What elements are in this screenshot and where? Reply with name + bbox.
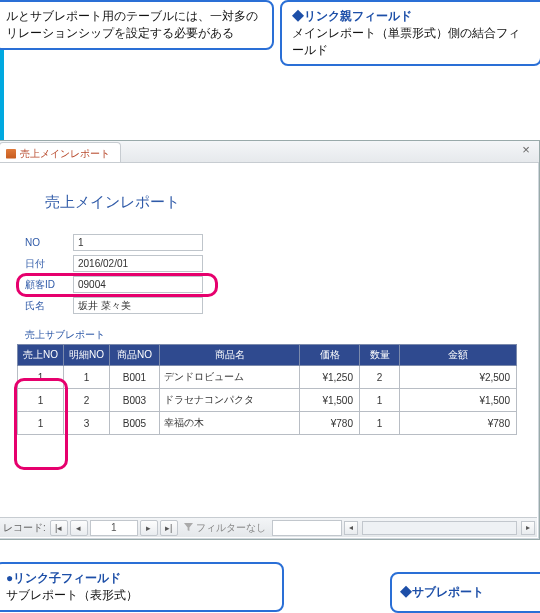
- cell-sales-no: 1: [18, 389, 64, 412]
- sub-report-table: 売上NO 明細NO 商品NO 商品名 価格 数量 金額 1 1 B001 デンド: [17, 344, 517, 435]
- nav-last-button[interactable]: ▸|: [160, 520, 178, 536]
- field-label: 氏名: [25, 299, 73, 313]
- field-row-no: NO 1: [25, 234, 511, 251]
- cell-price: ¥780: [300, 412, 360, 435]
- report-window: 売上メインレポート × 売上メインレポート NO 1 日付 2016/02/01…: [0, 140, 540, 540]
- cell-prod-no: B005: [110, 412, 160, 435]
- filter-label: フィルターなし: [196, 521, 266, 535]
- nav-record-label: レコード:: [1, 521, 48, 535]
- cell-prod-name: デンドロビューム: [160, 366, 300, 389]
- cell-prod-no: B003: [110, 389, 160, 412]
- callout-link-parent-field: ◆リンク親フィールド メインレポート（単票形式）側の結合フィールド: [280, 0, 540, 66]
- cell-price: ¥1,500: [300, 389, 360, 412]
- field-value-name[interactable]: 坂井 菜々美: [73, 297, 203, 314]
- field-row-customer-id: 顧客ID 09004: [25, 276, 511, 293]
- tab-label: 売上メインレポート: [20, 147, 110, 161]
- field-row-name: 氏名 坂井 菜々美: [25, 297, 511, 314]
- field-value-no[interactable]: 1: [73, 234, 203, 251]
- cell-line-no: 3: [64, 412, 110, 435]
- close-icon[interactable]: ×: [519, 144, 533, 158]
- horizontal-scrollbar[interactable]: [362, 521, 517, 535]
- cell-line-no: 2: [64, 389, 110, 412]
- scroll-right-button[interactable]: ▸: [521, 521, 535, 535]
- cell-prod-no: B001: [110, 366, 160, 389]
- callout-body: サブレポート（表形式）: [6, 588, 138, 602]
- nav-search-box[interactable]: [272, 520, 342, 536]
- callout-link-child-field: ●リンク子フィールド サブレポート（表形式）: [0, 562, 284, 612]
- callout-heading: ◆リンク親フィールド: [292, 9, 412, 23]
- scroll-left-button[interactable]: ◂: [344, 521, 358, 535]
- nav-first-button[interactable]: |◂: [50, 520, 68, 536]
- report-icon: [6, 149, 16, 159]
- callout-relationship-note: ルとサブレポート用のテーブルには、一対多のリレーションシップを設定する必要がある: [0, 0, 274, 50]
- sub-report: 売上サブレポート 売上NO 明細NO 商品NO 商品名 価格 数量 金額: [17, 328, 511, 435]
- cell-amount: ¥780: [400, 412, 517, 435]
- callout-heading: ●リンク子フィールド: [6, 571, 121, 585]
- field-row-date: 日付 2016/02/01: [25, 255, 511, 272]
- table-header-row: 売上NO 明細NO 商品NO 商品名 価格 数量 金額: [18, 345, 517, 366]
- report-body: 売上メインレポート NO 1 日付 2016/02/01 顧客ID 09004 …: [0, 163, 539, 445]
- cell-qty: 2: [360, 366, 400, 389]
- field-label: NO: [25, 237, 73, 248]
- cell-prod-name: ドラセナコンパクタ: [160, 389, 300, 412]
- nav-next-button[interactable]: ▸: [140, 520, 158, 536]
- cell-amount: ¥2,500: [400, 366, 517, 389]
- col-amount: 金額: [400, 345, 517, 366]
- field-label: 顧客ID: [25, 278, 73, 292]
- callout-body: メインレポート（単票形式）側の結合フィールド: [292, 26, 520, 57]
- cell-sales-no: 1: [18, 412, 64, 435]
- page-title: 売上メインレポート: [45, 193, 511, 212]
- col-price: 価格: [300, 345, 360, 366]
- tab-main-report[interactable]: 売上メインレポート: [0, 142, 121, 162]
- cell-line-no: 1: [64, 366, 110, 389]
- col-sales-no: 売上NO: [18, 345, 64, 366]
- cell-amount: ¥1,500: [400, 389, 517, 412]
- cell-qty: 1: [360, 389, 400, 412]
- sub-report-title: 売上サブレポート: [25, 328, 511, 342]
- tab-bar: 売上メインレポート ×: [0, 141, 539, 163]
- col-prod-name: 商品名: [160, 345, 300, 366]
- nav-page-number[interactable]: 1: [90, 520, 138, 536]
- callout-body: ルとサブレポート用のテーブルには、一対多のリレーションシップを設定する必要がある: [6, 9, 258, 40]
- filter-status[interactable]: フィルターなし: [180, 521, 270, 535]
- cell-qty: 1: [360, 412, 400, 435]
- cell-sales-no: 1: [18, 366, 64, 389]
- table-row: 1 2 B003 ドラセナコンパクタ ¥1,500 1 ¥1,500: [18, 389, 517, 412]
- col-prod-no: 商品NO: [110, 345, 160, 366]
- cell-price: ¥1,250: [300, 366, 360, 389]
- nav-prev-button[interactable]: ◂: [70, 520, 88, 536]
- table-row: 1 3 B005 幸福の木 ¥780 1 ¥780: [18, 412, 517, 435]
- col-qty: 数量: [360, 345, 400, 366]
- record-nav-bar: レコード: |◂ ◂ 1 ▸ ▸| フィルターなし ◂ ▸: [0, 517, 537, 537]
- col-line-no: 明細NO: [64, 345, 110, 366]
- funnel-icon: [184, 523, 193, 532]
- field-value-date[interactable]: 2016/02/01: [73, 255, 203, 272]
- callout-heading: ◆サブレポート: [400, 585, 484, 599]
- table-row: 1 1 B001 デンドロビューム ¥1,250 2 ¥2,500: [18, 366, 517, 389]
- cell-prod-name: 幸福の木: [160, 412, 300, 435]
- callout-sub-report: ◆サブレポート: [390, 572, 540, 613]
- field-label: 日付: [25, 257, 73, 271]
- field-value-customer-id[interactable]: 09004: [73, 276, 203, 293]
